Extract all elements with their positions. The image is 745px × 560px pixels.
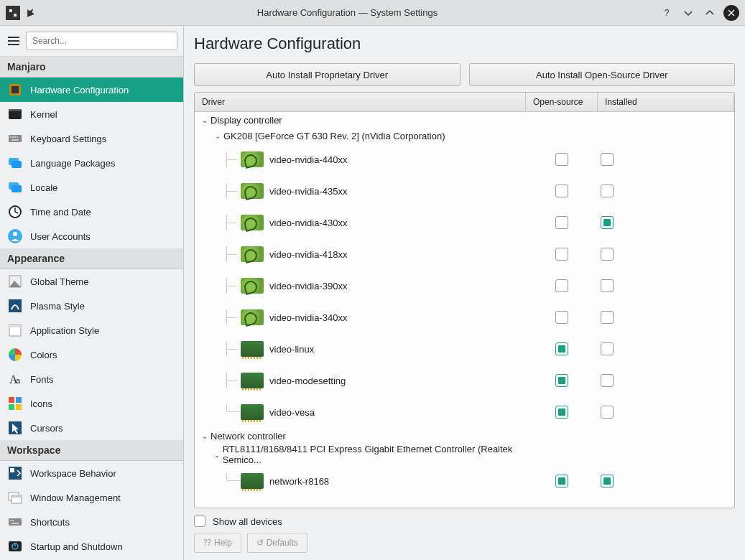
driver-row[interactable]: video-linux	[195, 333, 734, 365]
checkbox[interactable]	[601, 185, 614, 197]
column-installed[interactable]: Installed	[598, 93, 734, 111]
cursors-icon	[7, 420, 23, 436]
sidebar-item-language-packages[interactable]: Language Packages	[0, 151, 183, 175]
driver-name: network-r8168	[269, 476, 329, 487]
driver-row[interactable]: video-modesetting	[195, 365, 734, 396]
checkbox[interactable]	[601, 153, 614, 166]
nvidia-icon	[241, 309, 264, 325]
sidebar-item-label: Cursors	[30, 423, 63, 434]
driver-row[interactable]: network-r8168	[195, 465, 734, 497]
close-button[interactable]	[723, 5, 739, 21]
checkbox[interactable]	[601, 248, 614, 261]
board-icon	[241, 341, 264, 357]
search-input[interactable]	[26, 32, 177, 50]
auto-install-opensource-button[interactable]: Auto Install Open-Source Driver	[469, 63, 736, 86]
show-all-devices-checkbox[interactable]	[194, 515, 205, 527]
driver-name: video-modesetting	[269, 375, 346, 386]
svg-rect-15	[11, 161, 22, 168]
driver-row[interactable]: video-nvidia-435xx	[195, 175, 734, 207]
checkbox[interactable]	[555, 153, 568, 166]
driver-row[interactable]: video-nvidia-340xx	[195, 302, 734, 333]
kernel-icon	[7, 106, 23, 122]
column-opensource[interactable]: Open-source	[526, 93, 598, 111]
svg-point-21	[13, 232, 17, 236]
nvidia-icon	[241, 183, 264, 199]
sidebar-item-global-theme[interactable]: Global Theme	[0, 269, 183, 294]
sidebar-item-shortcuts[interactable]: Shortcuts	[0, 510, 183, 534]
chevron-down-icon[interactable]: ⌄	[212, 132, 223, 140]
defaults-icon: ↺	[256, 538, 264, 548]
driver-row[interactable]: video-nvidia-418xx	[195, 238, 734, 270]
sidebar-item-icons[interactable]: Icons	[0, 391, 183, 416]
show-all-devices-label: Show all devices	[213, 516, 282, 527]
checkbox[interactable]	[555, 311, 568, 324]
sidebar-item-keyboard-settings[interactable]: Keyboard Settings	[0, 126, 183, 151]
svg-rect-0	[8, 7, 19, 18]
checkbox[interactable]	[555, 342, 568, 355]
driver-row[interactable]: video-vesa	[195, 396, 734, 428]
minimize-button[interactable]	[680, 5, 696, 21]
driver-row[interactable]: video-nvidia-390xx	[195, 270, 734, 302]
svg-rect-11	[14, 136, 16, 138]
sidebar-item-window-management[interactable]: Window Management	[0, 485, 183, 510]
sidebar-item-label: User Accounts	[30, 231, 91, 242]
theme-icon	[7, 274, 23, 289]
category-label: Network controller	[210, 431, 286, 442]
sidebar-item-time-and-date[interactable]: Time and Date	[0, 200, 183, 224]
svg-rect-31	[9, 404, 14, 410]
sidebar-item-cursors[interactable]: Cursors	[0, 416, 183, 440]
titlebar: Hardware Configuration — System Settings…	[0, 0, 745, 26]
checkbox[interactable]	[601, 406, 614, 419]
checkbox[interactable]	[555, 374, 568, 387]
sidebar-item-workspace-behavior[interactable]: Workspace Behavior	[0, 461, 183, 485]
sidebar-item-plasma-style[interactable]: Plasma Style	[0, 294, 183, 318]
sidebar-item-application-style[interactable]: Application Style	[0, 318, 183, 342]
maximize-button[interactable]	[702, 5, 718, 21]
menu-button[interactable]	[6, 33, 22, 49]
svg-rect-10	[12, 136, 14, 138]
checkbox[interactable]	[555, 406, 568, 419]
sidebar-item-label: Application Style	[30, 325, 99, 336]
checkbox[interactable]	[601, 342, 614, 355]
checkbox[interactable]	[555, 248, 568, 261]
svg-rect-25	[9, 325, 21, 327]
checkbox[interactable]	[601, 374, 614, 387]
checkbox[interactable]	[601, 216, 614, 229]
checkbox[interactable]	[601, 311, 614, 324]
driver-row[interactable]: video-nvidia-430xx	[195, 207, 734, 238]
help-footer-button[interactable]: ⁇ Help	[194, 533, 241, 553]
driver-row[interactable]: video-nvidia-440xx	[195, 144, 734, 175]
checkbox[interactable]	[555, 475, 568, 487]
checkbox[interactable]	[601, 475, 614, 487]
pin-icon[interactable]	[24, 7, 36, 19]
auto-install-proprietary-button[interactable]: Auto Install Proprietary Driver	[194, 63, 461, 86]
sidebar-item-colors[interactable]: Colors	[0, 342, 183, 367]
svg-rect-9	[10, 136, 11, 138]
checkbox[interactable]	[555, 185, 568, 197]
chevron-down-icon[interactable]: ⌄	[212, 451, 223, 459]
chevron-down-icon[interactable]: ⌄	[199, 116, 210, 124]
svg-rect-29	[9, 397, 14, 403]
checkbox[interactable]	[555, 216, 568, 229]
section-header: Manjaro	[0, 57, 183, 78]
driver-name: video-linux	[269, 344, 314, 355]
board-icon	[241, 473, 264, 489]
sidebar-item-hardware-configuration[interactable]: Hardware Configuration	[0, 78, 183, 102]
defaults-button[interactable]: ↺ Defaults	[247, 533, 307, 553]
driver-name: video-vesa	[269, 407, 315, 418]
checkbox[interactable]	[555, 279, 568, 292]
chevron-down-icon[interactable]: ⌄	[199, 432, 210, 440]
help-icon: ⁇	[203, 538, 211, 548]
help-button[interactable]: ?	[659, 5, 675, 21]
driver-name: video-nvidia-440xx	[269, 154, 347, 165]
svg-rect-42	[11, 523, 19, 524]
column-driver[interactable]: Driver	[195, 93, 526, 111]
colors-icon	[7, 347, 23, 363]
sidebar-item-kernel[interactable]: Kernel	[0, 102, 183, 126]
sidebar-item-fonts[interactable]: AaFonts	[0, 367, 183, 391]
sidebar-item-startup-and-shutdown[interactable]: Startup and Shutdown	[0, 534, 183, 559]
sidebar-item-locale[interactable]: Locale	[0, 175, 183, 200]
clock-icon	[7, 204, 23, 220]
sidebar-item-user-accounts[interactable]: User Accounts	[0, 224, 183, 248]
checkbox[interactable]	[601, 279, 614, 292]
